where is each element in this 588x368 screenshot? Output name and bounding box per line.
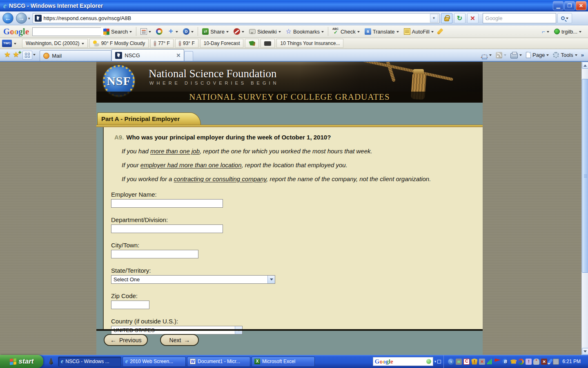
city-field[interactable] bbox=[111, 250, 198, 258]
next-button[interactable]: Next → bbox=[160, 334, 199, 346]
toolbar-overflow-icon[interactable]: » bbox=[581, 52, 584, 58]
tray-audio-icon[interactable]: ≋ bbox=[456, 359, 462, 365]
department-field[interactable] bbox=[111, 224, 223, 233]
twc-dropdown-icon[interactable] bbox=[14, 43, 16, 46]
tray-mouse-icon[interactable] bbox=[533, 359, 539, 365]
spellcheck-button[interactable]: Check bbox=[330, 26, 362, 37]
forecast-button[interactable]: 10-Day Forecast bbox=[200, 39, 244, 48]
history-dropdown-icon[interactable]: ▾ bbox=[28, 16, 30, 20]
tray-copyright-icon[interactable]: C bbox=[463, 359, 470, 365]
sidewiki-button[interactable]: Sidewiki bbox=[247, 26, 283, 37]
tray-display-icon[interactable] bbox=[553, 359, 559, 365]
state-select-button[interactable] bbox=[267, 276, 275, 283]
tray-google-icon[interactable] bbox=[518, 359, 524, 365]
translate-dropdown-icon[interactable] bbox=[396, 31, 399, 34]
account-dropdown-icon[interactable] bbox=[579, 31, 581, 34]
map-button[interactable] bbox=[245, 39, 259, 48]
dell-dropdown-icon[interactable] bbox=[191, 31, 194, 34]
tray-pen-icon[interactable] bbox=[547, 358, 553, 364]
forward-button[interactable]: → bbox=[16, 13, 27, 24]
minimize-button[interactable]: ▁ bbox=[553, 1, 564, 10]
search-dropdown-icon[interactable] bbox=[129, 31, 132, 34]
tray-collapse-icon[interactable]: ‹ bbox=[448, 359, 454, 365]
headline-link[interactable]: 10 Things Your Insurance... bbox=[276, 39, 343, 48]
url-dropdown-icon[interactable]: ▾ bbox=[430, 14, 438, 22]
translate-button[interactable]: a Translate bbox=[362, 26, 401, 37]
google-desktop-search[interactable]: Google bbox=[373, 357, 433, 366]
employer-name-field[interactable] bbox=[111, 199, 223, 208]
vertical-scrollbar[interactable] bbox=[581, 62, 588, 355]
print-dropdown-icon[interactable] bbox=[519, 54, 522, 57]
task-excel[interactable]: X Microsoft Excel bbox=[252, 357, 315, 367]
popup-blocker-button[interactable] bbox=[231, 26, 247, 37]
tray-network-disconnected-icon[interactable]: ✕ bbox=[479, 359, 485, 365]
add-gadget-button[interactable]: + bbox=[165, 26, 180, 37]
highlighter-button[interactable] bbox=[436, 26, 444, 37]
tray-signal-icon[interactable] bbox=[487, 359, 493, 365]
home-dropdown-icon[interactable] bbox=[489, 54, 492, 57]
bookmarks-dropdown-icon[interactable] bbox=[321, 31, 324, 34]
video-button[interactable] bbox=[261, 39, 275, 48]
toolbar-settings-button[interactable]: ⌐ bbox=[539, 26, 552, 37]
close-button[interactable]: ✕ bbox=[576, 1, 586, 10]
home-button[interactable] bbox=[479, 52, 494, 59]
google-search-input[interactable] bbox=[33, 28, 105, 36]
feeds-button[interactable] bbox=[494, 52, 508, 58]
google-wave-button[interactable] bbox=[154, 26, 165, 37]
quick-launch-pen-icon[interactable] bbox=[49, 358, 53, 365]
scrollbar-thumb[interactable] bbox=[582, 79, 588, 273]
autofill-dropdown-icon[interactable] bbox=[431, 31, 434, 34]
browser-search-box[interactable] bbox=[483, 13, 556, 23]
add-favorite-icon[interactable]: ★ bbox=[13, 50, 19, 59]
stop-button[interactable]: ✕ bbox=[467, 13, 479, 23]
check-dropdown-icon[interactable] bbox=[357, 31, 360, 34]
tray-alert-icon[interactable]: ! bbox=[526, 359, 532, 365]
tray-phone-icon[interactable]: ☎ bbox=[510, 359, 516, 365]
address-input[interactable]: https://respond.census.gov/nscg/A8B ▾ bbox=[33, 13, 439, 23]
page-menu-button[interactable]: Page bbox=[524, 52, 551, 58]
location-dropdown-icon[interactable] bbox=[82, 43, 84, 46]
browser-search-input[interactable] bbox=[483, 13, 556, 23]
url-text[interactable]: https://respond.census.gov/nscg/A8B bbox=[44, 15, 430, 21]
twc-logo[interactable]: TWC bbox=[2, 40, 12, 47]
temp-high[interactable]: 93° F bbox=[175, 39, 198, 48]
autofill-button[interactable]: AutoFill bbox=[401, 26, 436, 37]
tools-menu-button[interactable]: Tools bbox=[551, 52, 579, 58]
tray-virus-scan-icon[interactable]: ✕ bbox=[541, 359, 547, 365]
news-button[interactable] bbox=[138, 26, 154, 37]
tray-bluetooth-icon[interactable]: B bbox=[502, 359, 508, 365]
scroll-down-button[interactable] bbox=[582, 348, 588, 355]
task-web-screen[interactable]: e 2010 Web Screen... bbox=[122, 357, 186, 367]
settings-dropdown-icon[interactable] bbox=[547, 31, 549, 34]
gadget-dropdown-icon[interactable] bbox=[176, 31, 178, 34]
sidewiki-dropdown-icon[interactable] bbox=[278, 31, 281, 34]
page-dropdown-icon[interactable] bbox=[546, 54, 549, 57]
state-select[interactable]: Select One bbox=[111, 275, 275, 284]
new-tab-stub[interactable] bbox=[184, 51, 193, 61]
back-button[interactable]: ← bbox=[2, 13, 13, 24]
start-button[interactable]: start bbox=[0, 355, 43, 368]
refresh-button[interactable]: ↻ bbox=[454, 13, 466, 23]
restore-button[interactable]: ❐ bbox=[564, 1, 575, 10]
bookmarks-button[interactable]: ☆ Bookmarks bbox=[283, 26, 326, 37]
zip-field[interactable] bbox=[111, 301, 149, 309]
task-nscg[interactable]: e NSCG - Windows ... bbox=[58, 357, 121, 367]
desktop-search-dropdown-icon[interactable]: ▾ bbox=[434, 359, 437, 364]
scroll-up-button[interactable] bbox=[582, 62, 588, 69]
previous-button[interactable]: ← Previous bbox=[104, 334, 148, 346]
share-dropdown-icon[interactable] bbox=[226, 31, 229, 34]
temp-now[interactable]: 77° F bbox=[150, 39, 174, 48]
tray-flag-icon[interactable] bbox=[494, 359, 501, 365]
google-search-button[interactable]: Search bbox=[101, 26, 134, 37]
current-conditions[interactable]: 90° F Mostly Cloudy bbox=[89, 39, 149, 48]
share-button[interactable]: ⇄ Share bbox=[200, 26, 231, 37]
security-lock-button[interactable] bbox=[441, 13, 452, 23]
tab-nscg-active[interactable]: NSCG ✕ bbox=[111, 49, 184, 61]
dell-button[interactable]: D bbox=[180, 26, 196, 37]
print-button[interactable] bbox=[508, 52, 524, 58]
favorites-star-icon[interactable]: ★ bbox=[4, 50, 11, 59]
tray-security-shield-icon[interactable]: ! bbox=[471, 359, 477, 365]
location-selector[interactable]: Washington, DC (20002) bbox=[22, 39, 88, 48]
close-tab-icon[interactable]: ✕ bbox=[176, 52, 180, 58]
news-dropdown-icon[interactable] bbox=[149, 31, 151, 34]
